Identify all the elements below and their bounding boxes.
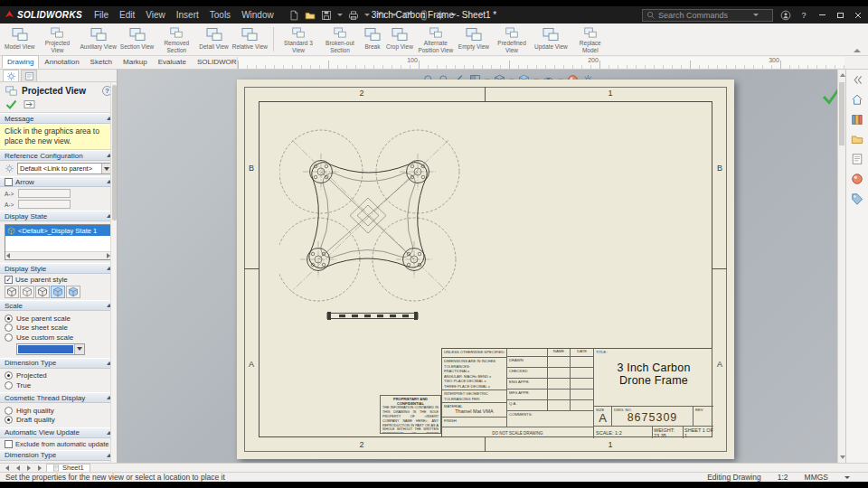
use-parent-scale-radio[interactable] bbox=[5, 314, 13, 323]
ribbon-button[interactable]: Projected View bbox=[36, 24, 78, 54]
section-header-display-style[interactable]: Display Style bbox=[0, 263, 117, 274]
projected-dimension-radio[interactable] bbox=[5, 371, 13, 380]
ribbon-button[interactable]: Removed Section bbox=[156, 24, 197, 54]
drawing-view-top[interactable] bbox=[279, 126, 462, 303]
previous-sheet-button[interactable] bbox=[14, 464, 22, 472]
user-account-icon[interactable] bbox=[780, 10, 791, 21]
ribbon-button[interactable]: Section View bbox=[118, 24, 156, 54]
section-header-dimension-type[interactable]: Dimension Type bbox=[0, 358, 117, 369]
sheet-tab-sheet1[interactable]: Sheet1 bbox=[46, 464, 90, 473]
ribbon-button[interactable]: Model View bbox=[3, 24, 36, 54]
scroll-left-icon[interactable] bbox=[6, 253, 10, 258]
scroll-up-button[interactable] bbox=[838, 70, 845, 80]
high-quality-radio[interactable] bbox=[5, 407, 13, 415]
solidworks-resources-icon[interactable] bbox=[851, 93, 863, 106]
next-sheet-button[interactable] bbox=[24, 464, 33, 472]
ribbon-button[interactable]: Auxiliary View bbox=[78, 24, 118, 54]
use-sheet-scale-radio[interactable] bbox=[5, 324, 13, 332]
menu-item[interactable]: Insert bbox=[171, 8, 204, 22]
tab-evaluate[interactable]: Evaluate bbox=[153, 55, 192, 69]
shaded-with-edges-button[interactable] bbox=[51, 286, 65, 298]
reference-configuration-select[interactable]: Default <Link to parent> bbox=[17, 163, 112, 174]
design-library-icon[interactable] bbox=[851, 113, 863, 126]
hidden-lines-removed-button[interactable] bbox=[35, 286, 50, 298]
menu-item[interactable]: View bbox=[140, 8, 171, 22]
help-button[interactable]: ? bbox=[798, 10, 809, 20]
ok-check-icon[interactable] bbox=[5, 99, 17, 109]
search-caret-icon[interactable] bbox=[753, 14, 759, 16]
command-search[interactable] bbox=[642, 9, 773, 22]
open-icon[interactable] bbox=[305, 10, 316, 21]
first-sheet-button[interactable] bbox=[3, 464, 11, 472]
tab-annotation[interactable]: Annotation bbox=[39, 55, 84, 69]
appearances-icon[interactable] bbox=[851, 173, 863, 185]
ribbon-button[interactable]: Crop View bbox=[384, 24, 415, 54]
close-button[interactable] bbox=[853, 10, 863, 20]
tab-sketch[interactable]: Sketch bbox=[85, 55, 118, 69]
menu-item[interactable]: Tools bbox=[204, 8, 236, 22]
graphics-vertical-scrollbar[interactable] bbox=[837, 70, 845, 463]
print-icon[interactable] bbox=[348, 10, 359, 21]
graphics-scrollbar-thumb[interactable] bbox=[839, 82, 844, 145]
display-state-item-selected[interactable]: <Default>_Display State 1 bbox=[5, 225, 111, 236]
ribbon-button[interactable]: Relative View bbox=[231, 24, 269, 54]
ribbon-button[interactable]: Broken-out Section bbox=[319, 24, 361, 54]
ribbon-button[interactable]: Standard 3 View bbox=[278, 24, 319, 54]
display-state-list[interactable]: <Default>_Display State 1 bbox=[5, 224, 112, 260]
true-dimension-radio[interactable] bbox=[5, 381, 13, 389]
custom-properties-icon[interactable] bbox=[851, 192, 863, 205]
maximize-button[interactable] bbox=[835, 10, 845, 20]
section-header-scale[interactable]: Scale bbox=[0, 300, 117, 311]
section-header-reference-configuration[interactable]: Reference Configuration bbox=[0, 150, 117, 161]
tab-drawing[interactable]: Drawing bbox=[2, 55, 39, 69]
save-icon[interactable] bbox=[321, 10, 332, 21]
menu-item[interactable]: Edit bbox=[114, 8, 140, 22]
status-sheet-scale[interactable]: 1:2 bbox=[778, 473, 788, 482]
display-state-hscrollbar[interactable] bbox=[5, 251, 111, 259]
save-caret-icon[interactable] bbox=[337, 14, 343, 16]
use-parent-style-checkbox[interactable] bbox=[5, 276, 13, 284]
use-custom-scale-radio[interactable] bbox=[5, 333, 13, 342]
ribbon-button[interactable]: Alternate Position View bbox=[415, 24, 457, 54]
panel-scrollbar-thumb[interactable] bbox=[112, 85, 117, 221]
last-sheet-button[interactable] bbox=[35, 464, 43, 472]
draft-quality-radio[interactable] bbox=[5, 416, 13, 424]
section-header-message[interactable]: Message bbox=[0, 113, 117, 124]
property-manager-tab[interactable] bbox=[3, 70, 19, 81]
wireframe-style-button[interactable] bbox=[5, 286, 19, 298]
ribbon-button[interactable]: Detail View bbox=[197, 24, 230, 54]
status-units[interactable]: MMGS bbox=[805, 473, 828, 482]
tab-markup[interactable]: Markup bbox=[118, 55, 153, 69]
section-header-bottom[interactable]: Dimension Type bbox=[0, 450, 117, 461]
section-header-cosmetic-thread[interactable]: Cosmetic Thread Display bbox=[0, 392, 117, 403]
new-document-icon[interactable] bbox=[288, 10, 299, 21]
pin-view-icon[interactable] bbox=[24, 99, 35, 109]
display-manager-tab[interactable] bbox=[21, 70, 37, 81]
graphics-area[interactable]: 2 1 2 1 B A B A bbox=[118, 70, 845, 463]
ribbon-button[interactable]: Update View bbox=[533, 24, 570, 54]
menu-item[interactable]: Window bbox=[236, 8, 279, 22]
ribbon-button[interactable]: Break bbox=[361, 24, 384, 54]
collapse-task-pane-icon[interactable] bbox=[852, 74, 863, 86]
ribbon-collapse-chevron-icon[interactable] bbox=[854, 49, 861, 52]
exclude-auto-update-checkbox[interactable] bbox=[5, 440, 13, 448]
section-header-automatic-view-update[interactable]: Automatic View Update bbox=[0, 427, 117, 438]
minimize-button[interactable] bbox=[816, 10, 827, 20]
search-input[interactable] bbox=[658, 11, 750, 20]
arrow-checkbox[interactable] bbox=[5, 178, 13, 186]
shaded-button[interactable] bbox=[66, 286, 80, 298]
status-options-caret-icon[interactable] bbox=[844, 476, 850, 479]
file-explorer-icon[interactable] bbox=[851, 133, 863, 145]
panel-scrollbar[interactable] bbox=[110, 82, 117, 463]
ribbon-button[interactable]: Empty View bbox=[457, 24, 491, 54]
section-header-display-state[interactable]: Display State bbox=[0, 211, 117, 221]
scroll-down-button[interactable] bbox=[838, 452, 845, 463]
ribbon-button[interactable]: Predefined View bbox=[491, 24, 533, 54]
ribbon-button[interactable]: Replace Model bbox=[570, 24, 611, 54]
print-caret-icon[interactable] bbox=[364, 14, 370, 16]
drawing-sheet[interactable]: 2 1 2 1 B A B A bbox=[237, 80, 734, 459]
section-header-arrow[interactable]: Arrow bbox=[0, 176, 117, 187]
view-palette-icon[interactable] bbox=[851, 153, 863, 165]
drawing-view-front[interactable] bbox=[326, 310, 419, 322]
hidden-lines-visible-button[interactable] bbox=[20, 286, 34, 298]
